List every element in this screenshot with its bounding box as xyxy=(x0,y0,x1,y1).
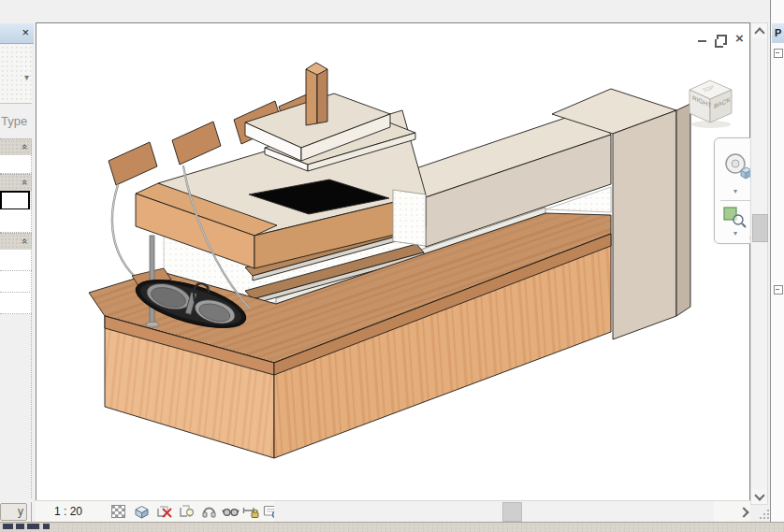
panel-edge xyxy=(31,138,32,498)
crop-view-off-icon[interactable] xyxy=(155,504,173,519)
chevron-down-icon xyxy=(754,490,764,500)
view-scale-button[interactable]: 1 : 20 xyxy=(54,505,82,518)
section-header[interactable]: « xyxy=(0,138,32,156)
vertical-scrollbar[interactable] xyxy=(750,22,768,505)
scroll-down-button[interactable] xyxy=(751,489,767,504)
divider xyxy=(720,200,752,201)
value-field-selected[interactable] xyxy=(0,191,30,210)
section-header[interactable]: « xyxy=(0,174,32,192)
palette-titlebar: × xyxy=(0,23,34,44)
divider xyxy=(31,502,32,522)
property-row[interactable] xyxy=(0,271,32,293)
visual-style-icon[interactable] xyxy=(133,504,151,519)
status-bar-fragment xyxy=(0,522,784,532)
collapse-box-icon[interactable] xyxy=(774,49,783,58)
edit-type-button[interactable]: Type xyxy=(1,114,34,131)
collapse-chevron-icon[interactable]: « xyxy=(20,180,31,185)
scroll-right-button[interactable] xyxy=(738,507,748,517)
apply-button-fragment[interactable]: y xyxy=(0,503,27,521)
chevron-up-icon xyxy=(754,27,764,37)
vertical-scroll-thumb[interactable] xyxy=(752,214,768,242)
chevron-down-icon[interactable]: ▾ xyxy=(733,187,737,195)
property-row[interactable] xyxy=(0,293,32,314)
close-icon[interactable]: × xyxy=(735,30,744,46)
full-navigation-wheel-icon[interactable] xyxy=(722,151,752,181)
show-crop-region-icon[interactable] xyxy=(178,504,196,519)
close-icon[interactable]: × xyxy=(22,26,29,38)
drawing-area[interactable] xyxy=(36,22,750,501)
property-row[interactable] xyxy=(0,155,32,174)
collapse-chevron-icon[interactable]: « xyxy=(20,144,31,150)
zoom-icon[interactable] xyxy=(723,206,749,230)
property-row[interactable] xyxy=(0,209,32,233)
chevron-down-icon[interactable]: ▾ xyxy=(733,229,737,237)
palette-title-fragment: P xyxy=(775,27,781,38)
section-header[interactable]: « xyxy=(0,233,32,251)
collapse-chevron-icon[interactable]: « xyxy=(20,238,31,244)
temporary-hide-isolate-icon[interactable] xyxy=(222,504,240,519)
minimize-icon[interactable] xyxy=(698,40,706,42)
collapse-box-icon[interactable] xyxy=(774,285,783,295)
restore-icon[interactable] xyxy=(717,35,727,45)
palette-titlebar: P xyxy=(772,23,784,43)
properties-palette: × ▾ Type « « « y xyxy=(0,0,34,522)
chevron-down-icon[interactable]: ▾ xyxy=(24,72,29,82)
type-selector-preview[interactable]: ▾ xyxy=(0,45,32,104)
horizontal-scroll-thumb[interactable] xyxy=(502,502,522,522)
docked-palette-edge[interactable]: P xyxy=(770,0,784,522)
horizontal-scrollbar[interactable] xyxy=(274,501,714,522)
reveal-constraints-icon[interactable] xyxy=(242,504,260,519)
scroll-up-button[interactable] xyxy=(751,23,767,38)
view-control-bar: 1 : 20 xyxy=(36,500,750,522)
property-row[interactable] xyxy=(0,250,32,271)
detail-level-icon[interactable] xyxy=(110,504,128,519)
locked-3d-view-icon[interactable] xyxy=(200,504,218,519)
